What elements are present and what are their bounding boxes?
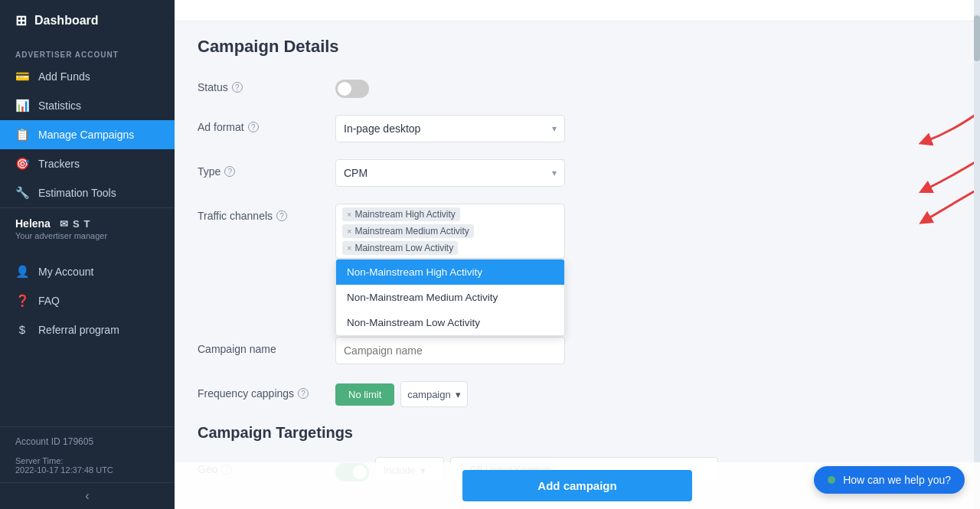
faq-icon: ❓ — [15, 294, 29, 308]
tag-mainstream-high: × Mainstream High Activity — [342, 207, 460, 221]
sidebar-item-referral[interactable]: $ Referral program — [0, 315, 175, 344]
type-select-container: CPM ▾ — [335, 159, 565, 187]
chat-online-indicator — [828, 476, 835, 484]
main-content: Campaign Details Status ? Ad format ? In… — [175, 0, 974, 509]
dropdown-item-non-mainstream-low[interactable]: Non-Mainstream Low Activity — [336, 310, 564, 335]
traffic-channels-group: Traffic channels ? × Mainstream High Act… — [198, 204, 917, 259]
sidebar-section-advertiser: ADVERTISER ACCOUNT — [0, 41, 175, 62]
manager-section: Helena ✉ S T Your advertiser manager — [0, 207, 175, 250]
ad-format-label: Ad format ? — [198, 115, 335, 133]
account-id: Account ID 179605 — [0, 427, 175, 456]
campaign-name-label: Campaign name — [198, 337, 335, 355]
sidebar-collapse-button[interactable]: ‹ — [0, 482, 175, 509]
traffic-channels-select-container: × Mainstream High Activity × Mainstream … — [335, 204, 565, 259]
status-group: Status ? — [198, 75, 917, 98]
sidebar-item-manage-campaigns[interactable]: 📋 Manage Campaigns — [0, 120, 175, 149]
frequency-label: Frequency cappings ? — [198, 381, 335, 400]
manage-campaigns-icon: 📋 — [15, 128, 29, 142]
status-toggle[interactable] — [335, 80, 369, 98]
traffic-channels-dropdown: Non-Mainstream High Activity Non-Mainstr… — [335, 259, 565, 336]
frequency-help-icon[interactable]: ? — [298, 388, 309, 399]
sidebar-item-my-account[interactable]: 👤 My Account — [0, 257, 175, 286]
scrollbar-thumb[interactable] — [974, 15, 980, 61]
telegram-icon[interactable]: T — [84, 218, 90, 230]
add-funds-icon: 💳 — [15, 70, 29, 83]
frequency-group: Frequency cappings ? No limit campaign ▾ — [198, 381, 917, 407]
traffic-channels-input[interactable]: × Mainstream High Activity × Mainstream … — [335, 204, 565, 259]
add-campaign-button[interactable]: Add campaign — [462, 470, 692, 501]
remove-mainstream-low[interactable]: × — [347, 243, 351, 253]
ad-format-help-icon[interactable]: ? — [248, 122, 259, 132]
frequency-select-chevron-icon: ▾ — [456, 389, 461, 400]
status-toggle-container — [335, 75, 565, 98]
targeting-title: Campaign Targetings — [198, 424, 917, 442]
ad-format-select-container: In-page desktop ▾ — [335, 115, 565, 142]
sidebar-item-estimation-tools[interactable]: 🔧 Estimation Tools — [0, 178, 175, 207]
tag-mainstream-low: × Mainstream Low Activity — [342, 241, 458, 255]
traffic-channels-help-icon[interactable]: ? — [276, 210, 287, 221]
sidebar-item-trackers[interactable]: 🎯 Trackers — [0, 149, 175, 178]
dropdown-item-non-mainstream-medium[interactable]: Non-Mainstream Medium Activity — [336, 285, 564, 310]
status-label: Status ? — [198, 75, 335, 93]
frequency-campaign-select[interactable]: campaign ▾ — [400, 381, 467, 407]
ad-format-chevron-icon: ▾ — [552, 123, 557, 134]
page-title: Campaign Details — [198, 37, 917, 57]
type-label: Type ? — [198, 159, 335, 178]
sidebar: ⊞ Dashboard ADVERTISER ACCOUNT 💳 Add Fun… — [0, 0, 175, 509]
campaign-name-group: Campaign name — [198, 337, 917, 364]
type-select[interactable]: CPM ▾ — [335, 159, 565, 187]
tag-mainstream-medium: × Mainstream Medium Activity — [342, 224, 474, 238]
top-bar — [175, 0, 974, 21]
type-help-icon[interactable]: ? — [224, 166, 235, 177]
sidebar-item-statistics[interactable]: 📊 Statistics — [0, 91, 175, 120]
referral-icon: $ — [15, 323, 29, 336]
campaign-name-input-container — [335, 337, 565, 364]
frequency-no-limit-btn[interactable]: No limit — [335, 383, 394, 406]
sidebar-bottom: Account ID 179605 Server Time: 2022-10-1… — [0, 426, 175, 509]
scrollbar-track[interactable] — [974, 0, 980, 509]
sidebar-item-add-funds[interactable]: 💳 Add Funds — [0, 62, 175, 91]
sidebar-item-faq[interactable]: ❓ FAQ — [0, 286, 175, 315]
type-group: Type ? CPM ▾ — [198, 159, 917, 187]
ad-format-select[interactable]: In-page desktop ▾ — [335, 115, 565, 142]
dashboard-icon: ⊞ — [15, 12, 27, 29]
ad-format-group: Ad format ? In-page desktop ▾ — [198, 115, 917, 142]
remove-mainstream-high[interactable]: × — [347, 210, 351, 219]
skype-icon[interactable]: S — [73, 218, 80, 230]
arrow-annotation-3 — [902, 181, 974, 234]
frequency-controls: No limit campaign ▾ — [335, 381, 565, 407]
sidebar-item-dashboard[interactable]: ⊞ Dashboard — [0, 0, 175, 41]
chat-bubble[interactable]: How can we help you? — [814, 466, 965, 494]
status-help-icon[interactable]: ? — [232, 82, 243, 93]
traffic-channels-label: Traffic channels ? — [198, 204, 335, 222]
estimation-tools-icon: 🔧 — [15, 186, 29, 200]
remove-mainstream-medium[interactable]: × — [347, 227, 351, 236]
my-account-icon: 👤 — [15, 265, 29, 279]
trackers-icon: 🎯 — [15, 157, 29, 171]
dropdown-item-non-mainstream-high[interactable]: Non-Mainstream High Activity — [336, 259, 564, 285]
server-time: Server Time: 2022-10-17 12:37:48 UTC — [0, 456, 175, 482]
campaign-name-input[interactable] — [335, 337, 565, 364]
statistics-icon: 📊 — [15, 99, 29, 113]
email-icon[interactable]: ✉ — [60, 218, 68, 230]
manager-name: Helena ✉ S T — [15, 217, 159, 230]
type-chevron-icon: ▾ — [552, 168, 557, 178]
manager-role: Your advertiser manager — [15, 231, 159, 240]
